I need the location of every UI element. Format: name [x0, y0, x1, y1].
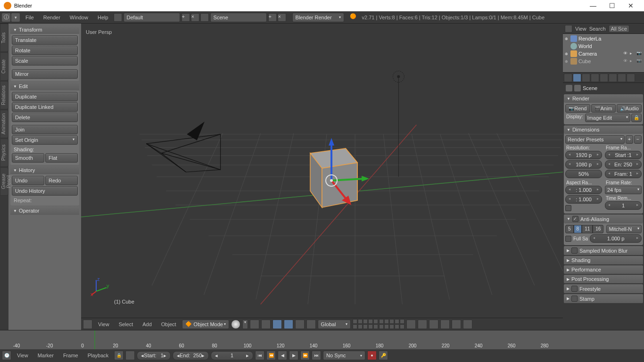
preset-remove-icon[interactable]: −: [634, 135, 642, 144]
motion-blur-checkbox[interactable]: [571, 247, 578, 254]
preset-add-icon[interactable]: +: [626, 135, 633, 144]
pivot-icon[interactable]: [250, 320, 259, 329]
display-dropdown[interactable]: Image Edit▾: [585, 114, 630, 122]
keying-set-icon[interactable]: 🔑: [379, 351, 388, 360]
stamp-checkbox[interactable]: [571, 296, 578, 302]
tree-item-camera[interactable]: ⊕Camera👁▸📷: [564, 50, 643, 58]
pin-icon[interactable]: [566, 85, 572, 91]
animation-render-icon[interactable]: [463, 320, 472, 329]
panel-motion-blur-header[interactable]: Sampled Motion Blur: [564, 246, 643, 255]
smooth-button[interactable]: Smooth: [12, 153, 44, 163]
fullsample-checkbox[interactable]: [565, 236, 571, 242]
panel-dimensions-header[interactable]: Dimensions: [564, 125, 643, 134]
panel-shading-header[interactable]: Shading: [564, 256, 643, 264]
tree-item-cube[interactable]: ⊕Cube👁▸📷: [564, 58, 643, 65]
panel-freestyle-header[interactable]: Freestyle: [564, 284, 643, 293]
tl-frame[interactable]: Frame: [59, 353, 82, 358]
cursor-icon[interactable]: ▸: [630, 51, 636, 57]
outliner-search[interactable]: Search: [589, 26, 606, 32]
outliner-filter[interactable]: All Sce: [609, 25, 629, 33]
render-icon[interactable]: 📷: [636, 51, 642, 57]
resolution-pct-field[interactable]: 50%: [565, 170, 602, 178]
keyframe-prev-icon[interactable]: ⏪: [266, 351, 276, 360]
menu-render[interactable]: Render: [39, 15, 65, 20]
proportional-edit-icon[interactable]: [418, 320, 427, 329]
panel-edit-header[interactable]: Edit: [10, 82, 79, 90]
frame-step-field[interactable]: ◂Fram: 1▸: [605, 170, 642, 178]
scale-manipulator-icon[interactable]: [306, 320, 316, 329]
duplicate-button[interactable]: Duplicate: [12, 92, 78, 101]
flat-button[interactable]: Flat: [45, 153, 78, 163]
cursor-icon[interactable]: ▸: [630, 58, 636, 64]
outliner-editor-icon[interactable]: [565, 25, 572, 33]
play-reverse-icon[interactable]: ◀: [278, 351, 287, 360]
panel-stamp-header[interactable]: Stamp: [564, 294, 643, 303]
tab-world-icon[interactable]: [591, 74, 599, 82]
redo-button[interactable]: Redo: [45, 176, 78, 185]
vh-view[interactable]: View: [94, 321, 113, 327]
tab-render-icon[interactable]: [564, 74, 572, 82]
resolution-y-field[interactable]: ◂1080 p▸: [565, 160, 602, 169]
panel-operator-header[interactable]: Operator: [10, 206, 79, 215]
delete-button[interactable]: Delete: [12, 113, 78, 122]
fps-dropdown[interactable]: 24 fps▾: [605, 186, 642, 194]
info-editor-icon[interactable]: ⓘ: [2, 13, 10, 22]
outliner-view[interactable]: View: [575, 26, 586, 32]
tab-constraints-icon[interactable]: [609, 74, 617, 82]
panel-aa-header[interactable]: Anti-Aliasing: [564, 214, 643, 223]
tab-modifiers-icon[interactable]: [618, 74, 626, 82]
scene-delete-icon[interactable]: ×: [278, 13, 286, 22]
mode-dropdown[interactable]: 🔶 Object Mode▾: [182, 320, 229, 329]
freestyle-checkbox[interactable]: [571, 286, 578, 292]
duplicate-linked-button[interactable]: Duplicate Linked: [12, 102, 78, 112]
scene-dropdown[interactable]: Scene: [210, 13, 267, 22]
timeline-ruler[interactable]: -40-200204060801001201401601802002202402…: [0, 330, 644, 349]
shading-menu-icon[interactable]: ▾: [242, 320, 248, 329]
panel-transform-header[interactable]: Transform: [10, 25, 79, 34]
play-icon[interactable]: ▶: [289, 351, 298, 360]
border-checkbox[interactable]: [565, 205, 571, 211]
tab-data-icon[interactable]: [627, 74, 635, 82]
set-origin-button[interactable]: Set Origin▾: [12, 135, 78, 145]
animation-button[interactable]: 🎬Anim: [591, 104, 616, 113]
start-frame-field[interactable]: ◂Start: 1▸: [137, 351, 171, 360]
tree-item-world[interactable]: World: [564, 42, 643, 50]
sync-dropdown[interactable]: No Sync▾: [323, 351, 365, 360]
aspect-x-field[interactable]: ◂: 1.000▸: [565, 186, 602, 194]
maximize-button[interactable]: ☐: [603, 2, 621, 9]
render-engine-dropdown[interactable]: Blender Render▾: [292, 13, 344, 22]
time-remap-old-field[interactable]: ◂1▸: [605, 201, 642, 210]
current-frame-marker[interactable]: [94, 330, 95, 349]
rotate-manipulator-icon[interactable]: [295, 320, 305, 329]
mirror-button[interactable]: Mirror: [12, 69, 78, 79]
tab-tools[interactable]: Tools: [0, 24, 8, 52]
end-frame-field[interactable]: ◂End: 250▸: [173, 351, 209, 360]
panel-performance-header[interactable]: Performance: [564, 265, 643, 274]
panel-history-header[interactable]: History: [10, 166, 79, 174]
eye-icon[interactable]: 👁: [623, 51, 629, 57]
eye-icon[interactable]: 👁: [623, 58, 629, 64]
aa-checkbox[interactable]: [572, 216, 578, 222]
undo-history-button[interactable]: Undo History: [12, 186, 78, 196]
menu-window[interactable]: Window: [65, 15, 93, 20]
tab-physics[interactable]: Physics: [0, 139, 8, 167]
lock-layers-icon[interactable]: [406, 320, 416, 329]
follow-icon[interactable]: [125, 351, 135, 360]
menu-file[interactable]: File: [21, 15, 39, 20]
scene-add-icon[interactable]: +: [268, 13, 277, 22]
tab-render-layers-icon[interactable]: [573, 74, 581, 82]
minimize-button[interactable]: —: [584, 2, 603, 9]
audio-button[interactable]: 🔊Audio: [617, 104, 642, 113]
tl-view[interactable]: View: [13, 353, 32, 358]
vh-add[interactable]: Add: [139, 321, 156, 327]
tl-playback[interactable]: Playback: [84, 353, 113, 358]
tab-animation[interactable]: Animation: [0, 110, 8, 138]
tl-marker[interactable]: Marker: [34, 353, 58, 358]
vh-object[interactable]: Object: [157, 321, 180, 327]
render-preview-icon[interactable]: [452, 320, 461, 329]
rotate-button[interactable]: Rotate: [12, 46, 78, 55]
shading-solid-icon[interactable]: [231, 320, 240, 329]
aa-samples-segmented[interactable]: 5 8 11 16: [565, 225, 603, 233]
undo-button[interactable]: Undo: [12, 176, 44, 185]
menu-help[interactable]: Help: [93, 15, 113, 20]
